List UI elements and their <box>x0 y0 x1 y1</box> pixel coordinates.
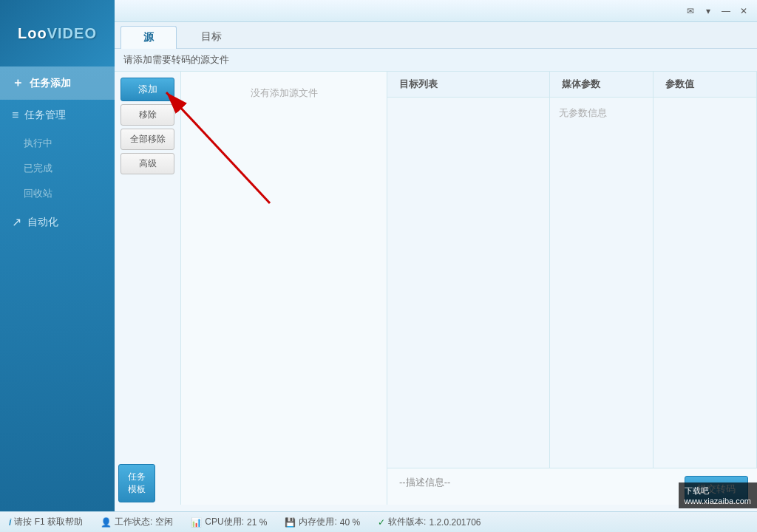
sidebar-sub-executing-label: 执行中 <box>24 137 52 149</box>
watermark: 下载吧www.xiazaiba.com <box>679 482 757 508</box>
sidebar-sub-recycle[interactable]: 回收站 <box>0 181 115 206</box>
sidebar: ＋ 任务添加 ≡ 任务管理 执行中 已完成 回收站 ↗ 自动化 <box>0 66 115 511</box>
work-status-value: 空闲 <box>155 516 173 528</box>
main-content: 源 目标 请添加需要转码的源文件 添加 移除 全部移除 高级 没有添加源文件 目… <box>115 22 757 511</box>
plus-icon: ＋ <box>12 75 24 91</box>
right-panel: 目标列表 媒体参数 参数值 无参数信息 --描述信息-- <box>387 72 757 505</box>
sidebar-item-automation[interactable]: ↗ 自动化 <box>0 206 115 238</box>
sidebar-item-task-add[interactable]: ＋ 任务添加 <box>0 66 115 100</box>
sidebar-item-automation-label: 自动化 <box>27 216 58 229</box>
col-header-target: 目标列表 <box>387 72 550 97</box>
minimize-icon[interactable]: — <box>719 5 733 17</box>
person-icon: 👤 <box>101 517 112 528</box>
mem-status: 💾 内存使用: 40 % <box>285 516 360 528</box>
automation-icon: ↗ <box>12 215 21 229</box>
help-text: 请按 F1 获取帮助 <box>14 516 83 528</box>
mem-icon: 💾 <box>285 517 296 528</box>
tab-source[interactable]: 源 <box>120 26 177 49</box>
media-col-content: 无参数信息 <box>550 98 654 468</box>
ver-label: 软件版本: <box>388 516 426 528</box>
empty-file-text: 没有添加源文件 <box>251 86 318 100</box>
sidebar-sub-completed[interactable]: 已完成 <box>0 156 115 181</box>
list-icon: ≡ <box>12 109 18 122</box>
close-icon[interactable]: ✕ <box>736 5 751 17</box>
tab-target[interactable]: 目标 <box>178 25 245 48</box>
remove-all-button[interactable]: 全部移除 <box>120 129 174 150</box>
ver-status: ✓ 软件版本: 1.2.0.201706 <box>378 516 481 528</box>
table-content: 无参数信息 <box>387 98 757 468</box>
sidebar-sub-recycle-label: 回收站 <box>24 188 52 199</box>
cpu-status: 📊 CPU使用: 21 % <box>191 516 267 528</box>
file-list-area: 没有添加源文件 <box>181 72 387 505</box>
email-icon[interactable]: ✉ <box>683 5 698 17</box>
dropdown-icon[interactable]: ▾ <box>701 5 716 17</box>
target-col-content <box>387 98 550 468</box>
app-logo: LooVIDEO <box>18 25 97 42</box>
sidebar-item-task-add-label: 任务添加 <box>30 77 71 90</box>
col-header-param: 参数值 <box>654 72 757 97</box>
description-text: --描述信息-- <box>399 477 450 488</box>
logo-video: VIDEO <box>47 25 97 41</box>
empty-param-text: 无参数信息 <box>559 107 607 118</box>
cpu-label: CPU使用: <box>205 516 244 528</box>
sidebar-item-task-manage[interactable]: ≡ 任务管理 <box>0 100 115 131</box>
task-template-button[interactable]: 任务 模板 <box>118 464 155 502</box>
ver-value: 1.2.0.201706 <box>429 517 481 528</box>
tab-bar: 源 目标 <box>115 22 757 49</box>
work-status: 👤 工作状态: 空闲 <box>101 516 173 528</box>
add-button[interactable]: 添加 <box>120 78 174 101</box>
titlebar-controls: ✉ ▾ — ✕ <box>683 5 751 17</box>
help-status: i 请按 F1 获取帮助 <box>9 516 83 528</box>
sidebar-sub-executing[interactable]: 执行中 <box>0 131 115 156</box>
logo-loo: Loo <box>18 25 47 41</box>
logo-area: LooVIDEO <box>0 0 115 66</box>
instruction-bar: 请添加需要转码的源文件 <box>115 49 757 72</box>
instruction-text: 请添加需要转码的源文件 <box>123 54 229 65</box>
ver-icon: ✓ <box>378 517 385 528</box>
col-header-media: 媒体参数 <box>550 72 654 97</box>
cpu-icon: 📊 <box>191 517 202 528</box>
sidebar-item-task-manage-label: 任务管理 <box>24 109 66 122</box>
remove-button[interactable]: 移除 <box>120 104 174 126</box>
content-area: 添加 移除 全部移除 高级 没有添加源文件 目标列表 媒体参数 参数值 无参数信… <box>115 72 757 505</box>
table-header: 目标列表 媒体参数 参数值 <box>387 72 757 98</box>
param-col-content <box>654 98 757 468</box>
sidebar-sub-completed-label: 已完成 <box>24 163 52 174</box>
work-status-label: 工作状态: <box>115 516 152 528</box>
mem-label: 内存使用: <box>299 516 336 528</box>
advanced-button[interactable]: 高级 <box>120 153 174 174</box>
cpu-value: 21 % <box>247 517 267 528</box>
mem-value: 40 % <box>340 517 360 528</box>
bottom-bar: i 请按 F1 获取帮助 👤 工作状态: 空闲 📊 CPU使用: 21 % 💾 … <box>0 511 757 532</box>
left-panel: 添加 移除 全部移除 高级 <box>115 72 181 505</box>
info-icon: i <box>9 517 11 528</box>
